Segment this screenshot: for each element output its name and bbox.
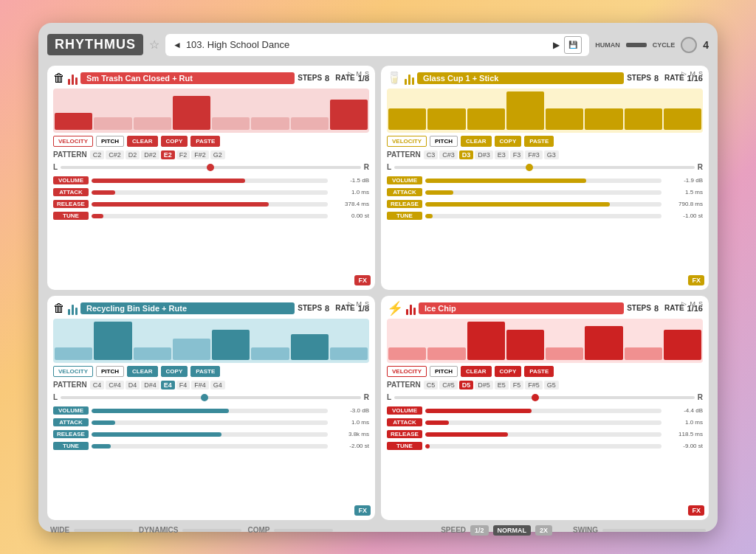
save-button[interactable]: 💾: [564, 36, 582, 54]
pattern-key-E5[interactable]: E5: [495, 381, 509, 389]
pitch-btn-top-right[interactable]: PITCH: [430, 136, 458, 147]
seq-cell-2[interactable]: [467, 322, 505, 360]
pattern-key-D3[interactable]: D3: [459, 150, 474, 159]
seq-cell-0[interactable]: [55, 113, 92, 130]
seq-cell-1[interactable]: [94, 117, 131, 130]
prev-button[interactable]: ◄: [173, 40, 182, 50]
fx-badge-top-left[interactable]: FX: [354, 275, 371, 285]
fx-badge-top-right[interactable]: FX: [688, 275, 704, 285]
pattern-key-D#3[interactable]: D#3: [475, 150, 493, 159]
seq-cell-6[interactable]: [291, 334, 329, 360]
seq-cell-7[interactable]: [330, 100, 368, 130]
param-bar-track[interactable]: [92, 202, 328, 207]
pattern-key-C#2[interactable]: C#2: [106, 150, 124, 159]
param-bar-track[interactable]: [92, 179, 328, 183]
fx-badge-bottom-right[interactable]: FX: [688, 505, 704, 516]
pattern-key-C3[interactable]: C3: [424, 150, 439, 159]
param-bar-track[interactable]: [92, 432, 328, 437]
param-bar-track[interactable]: [425, 179, 662, 183]
m-button-top-right[interactable]: M: [690, 70, 695, 77]
seq-cell-0[interactable]: [388, 347, 426, 360]
seq-cell-1[interactable]: [94, 322, 131, 360]
speed-half-button[interactable]: 1/2: [470, 525, 489, 536]
seq-cell-0[interactable]: [388, 108, 426, 130]
seq-cell-5[interactable]: [251, 117, 289, 130]
velocity-btn-top-right[interactable]: VELOCITY: [387, 136, 427, 147]
pattern-key-D4[interactable]: D4: [126, 381, 140, 389]
pattern-key-F#5[interactable]: F#5: [525, 381, 543, 389]
cycle-knob[interactable]: [681, 37, 697, 53]
lr-slider-bottom-right[interactable]: [394, 396, 695, 399]
clear-btn-top-left[interactable]: CLEAR: [127, 136, 158, 147]
param-bar-track[interactable]: [92, 409, 328, 413]
pattern-key-E4[interactable]: E4: [161, 381, 175, 389]
param-bar-track[interactable]: [425, 190, 662, 195]
seq-cell-3[interactable]: [173, 96, 210, 130]
dynamics-slider[interactable]: [182, 529, 241, 532]
m-button-top-left[interactable]: M: [356, 70, 362, 77]
clear-btn-top-right[interactable]: CLEAR: [461, 136, 492, 147]
lr-slider-bottom-left[interactable]: [61, 396, 361, 399]
pattern-key-C#5[interactable]: C#5: [439, 381, 458, 389]
pattern-key-E2[interactable]: E2: [161, 150, 175, 159]
seq-cell-4[interactable]: [546, 108, 583, 130]
pattern-key-F#2[interactable]: F#2: [191, 150, 209, 159]
param-bar-track[interactable]: [425, 409, 662, 413]
seq-cell-0[interactable]: [55, 347, 92, 360]
paste-btn-bottom-right[interactable]: PASTE: [524, 366, 554, 377]
pattern-key-D#5[interactable]: D#5: [475, 381, 493, 389]
pattern-key-D#4[interactable]: D#4: [141, 381, 159, 389]
paste-btn-top-right[interactable]: PASTE: [524, 136, 554, 147]
param-bar-track[interactable]: [92, 190, 328, 195]
pattern-key-E3[interactable]: E3: [495, 150, 509, 159]
pattern-key-C#4[interactable]: C#4: [106, 381, 124, 389]
speed-normal-button[interactable]: NORMAL: [493, 525, 532, 536]
param-bar-track[interactable]: [92, 444, 328, 449]
pattern-key-C5[interactable]: C5: [424, 381, 439, 389]
clear-btn-bottom-right[interactable]: CLEAR: [461, 366, 492, 377]
s-button-bottom-left[interactable]: S: [365, 300, 369, 308]
pattern-key-G2[interactable]: G2: [210, 150, 225, 159]
paste-btn-top-left[interactable]: PASTE: [190, 136, 220, 147]
pattern-key-F4[interactable]: F4: [176, 381, 190, 389]
seq-cell-1[interactable]: [427, 108, 465, 130]
seq-cell-4[interactable]: [212, 117, 250, 130]
expand-icon-bottom-left[interactable]: ▷: [348, 300, 353, 308]
param-bar-track[interactable]: [425, 202, 662, 207]
pitch-btn-bottom-right[interactable]: PITCH: [430, 366, 458, 377]
param-bar-track[interactable]: [425, 420, 662, 425]
pattern-key-G5[interactable]: G5: [544, 381, 559, 389]
swing-slider[interactable]: [602, 529, 706, 532]
pattern-key-F5[interactable]: F5: [510, 381, 524, 389]
m-button-bottom-left[interactable]: M: [356, 300, 362, 308]
copy-btn-bottom-right[interactable]: COPY: [495, 366, 522, 377]
seq-cell-5[interactable]: [251, 347, 289, 360]
pattern-key-D2[interactable]: D2: [126, 150, 140, 159]
pattern-key-C4[interactable]: C4: [90, 381, 105, 389]
pattern-key-F3[interactable]: F3: [510, 150, 524, 159]
seq-cell-3[interactable]: [173, 339, 210, 360]
seq-cell-6[interactable]: [291, 117, 329, 130]
seq-cell-2[interactable]: [134, 347, 171, 360]
pattern-key-D#2[interactable]: D#2: [141, 150, 159, 159]
copy-btn-top-left[interactable]: COPY: [161, 136, 188, 147]
s-button-top-right[interactable]: S: [698, 70, 703, 77]
pattern-key-G3[interactable]: G3: [544, 150, 559, 159]
s-button-top-left[interactable]: S: [365, 70, 369, 77]
wide-slider[interactable]: [74, 529, 133, 532]
fx-badge-bottom-left[interactable]: FX: [354, 505, 371, 516]
seq-cell-4[interactable]: [212, 330, 250, 360]
param-bar-track[interactable]: [425, 214, 662, 218]
lr-slider-top-left[interactable]: [61, 166, 361, 169]
copy-btn-bottom-left[interactable]: COPY: [161, 366, 188, 377]
seq-cell-7[interactable]: [330, 347, 368, 360]
pattern-key-F#3[interactable]: F#3: [525, 150, 543, 159]
s-button-bottom-right[interactable]: S: [698, 300, 703, 308]
seq-cell-5[interactable]: [585, 108, 622, 130]
copy-btn-top-right[interactable]: COPY: [495, 136, 522, 147]
paste-btn-bottom-left[interactable]: PASTE: [190, 366, 220, 377]
clear-btn-bottom-left[interactable]: CLEAR: [127, 366, 158, 377]
pitch-btn-bottom-left[interactable]: PITCH: [96, 366, 124, 377]
velocity-btn-top-left[interactable]: VELOCITY: [53, 136, 93, 147]
pattern-key-F#4[interactable]: F#4: [191, 381, 209, 389]
